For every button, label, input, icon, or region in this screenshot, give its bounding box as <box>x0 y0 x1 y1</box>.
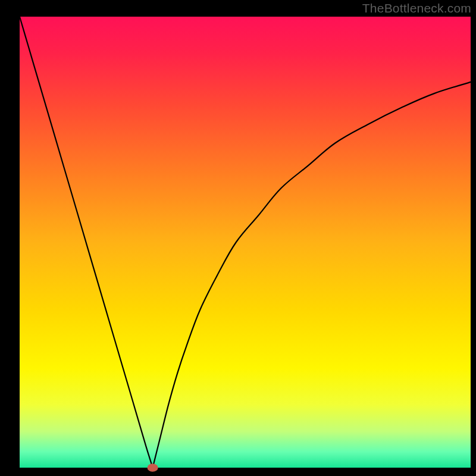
minimum-marker <box>148 464 158 472</box>
chart-svg <box>0 0 476 476</box>
plot-background <box>20 17 471 468</box>
chart-frame: TheBottleneck.com <box>0 0 476 476</box>
watermark-text: TheBottleneck.com <box>362 1 471 15</box>
